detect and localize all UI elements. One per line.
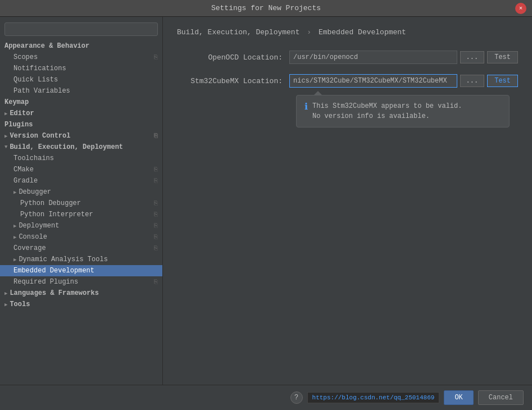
validation-text: This Stm32CubeMX appears to be valid. No… [312,101,462,121]
copy-icon: ⎘ [154,234,158,240]
copy-icon: ⎘ [154,222,158,229]
sidebar-item-label: Debugger [19,188,51,196]
sidebar-item-label: Version Control [10,132,70,140]
sidebar-item-label: Deployment [19,222,59,230]
stm32-browse-button[interactable]: ... [460,75,485,87]
sidebar-item-gradle[interactable]: Gradle ⎘ [0,175,162,186]
sidebar-item-plugins[interactable]: Plugins [0,119,162,130]
sidebar-item-label: Notifications [13,65,66,72]
openocd-test-button[interactable]: Test [487,51,518,63]
validation-line1: This Stm32CubeMX appears to be valid. [312,102,462,110]
stm32-test-button[interactable]: Test [487,75,518,87]
validation-line2: No version info is available. [312,112,430,120]
content-area: Build, Execution, Deployment › Embedded … [163,17,532,385]
sidebar-item-label: Python Debugger [20,199,81,207]
openocd-input[interactable] [289,51,457,64]
copy-icon: ⎘ [154,166,158,173]
sidebar-item-label: Languages & Frameworks [10,289,98,297]
sidebar-item-label: Required Plugins [13,278,78,286]
breadcrumb-part2: Embedded Development [319,28,406,37]
sidebar-item-console[interactable]: Console ⎘ [0,231,162,243]
url-bar: https://blog.csdn.net/qq_25014869 [307,392,440,403]
breadcrumb-separator: › [307,28,311,37]
sidebar-item-embedded-development[interactable]: Embedded Development [0,265,162,276]
sidebar-item-debugger[interactable]: Debugger [0,186,162,198]
copy-icon: ⎘ [154,211,158,218]
sidebar-item-tools[interactable]: Tools [0,299,162,310]
copy-icon: ⎘ [154,54,158,61]
sidebar-item-required-plugins[interactable]: Required Plugins ⎘ [0,276,162,288]
title-bar: Settings for New Projects × [0,0,532,17]
sidebar-item-python-interpreter[interactable]: Python Interpreter ⎘ [0,209,162,220]
sidebar-item-label: Quick Lists [13,76,58,84]
help-button[interactable]: ? [290,391,303,404]
sidebar-item-label: Plugins [4,121,33,129]
stm32-label: Stm32CubeMX Location: [177,77,289,85]
main-container: Appearance & Behavior Scopes ⎘ Notificat… [0,17,532,385]
sidebar-item-label: Dynamic Analysis Tools [19,256,107,263]
search-input[interactable] [4,22,158,36]
breadcrumb: Build, Execution, Deployment › Embedded … [177,28,518,37]
copy-icon: ⎘ [154,200,158,207]
cancel-button[interactable]: Cancel [478,390,524,405]
sidebar-item-quick-lists[interactable]: Quick Lists [0,74,162,85]
sidebar-item-label: Gradle [13,177,38,185]
bottom-bar: ? https://blog.csdn.net/qq_25014869 OK C… [0,385,532,410]
sidebar-item-label: Toolchains [13,154,54,162]
sidebar-item-label: Appearance & Behavior [4,42,89,50]
sidebar-item-label: Console [19,233,47,241]
openocd-row: OpenOCD Location: ... Test [177,51,518,64]
copy-icon: ⎘ [154,279,158,285]
openocd-browse-button[interactable]: ... [460,51,485,63]
sidebar-item-python-debugger[interactable]: Python Debugger ⎘ [0,198,162,209]
copy-icon: ⎘ [154,177,158,184]
sidebar-item-keymap[interactable]: Keymap [0,97,162,108]
breadcrumb-part1: Build, Execution, Deployment [177,28,299,37]
sidebar-item-notifications[interactable]: Notifications [0,63,162,74]
sidebar-item-label: Tools [10,300,30,308]
sidebar-item-label: CMake [13,166,34,174]
sidebar-item-label: Path Variables [13,87,70,95]
sidebar-item-label: Embedded Development [13,267,94,275]
ok-button[interactable]: OK [444,390,473,405]
sidebar-item-dynamic-analysis[interactable]: Dynamic Analysis Tools [0,254,162,265]
sidebar-item-version-control[interactable]: Version Control ⎘ [0,130,162,142]
dialog-title: Settings for New Projects [211,4,321,12]
sidebar: Appearance & Behavior Scopes ⎘ Notificat… [0,17,163,385]
copy-icon: ⎘ [154,133,158,139]
sidebar-item-label: Editor [10,110,34,117]
sidebar-item-label: Coverage [13,244,46,252]
sidebar-item-path-variables[interactable]: Path Variables [0,85,162,97]
validation-popup: ℹ This Stm32CubeMX appears to be valid. … [296,95,510,127]
sidebar-item-editor[interactable]: Editor [0,108,162,119]
info-icon: ℹ [304,101,308,112]
stm32-input[interactable] [289,74,457,88]
sidebar-item-label: Build, Execution, Deployment [10,143,123,151]
sidebar-item-scopes[interactable]: Scopes ⎘ [0,52,162,63]
sidebar-item-label: Scopes [13,53,38,61]
sidebar-item-label: Python Interpreter [20,211,93,218]
close-button[interactable]: × [515,3,526,14]
stm32-row: Stm32CubeMX Location: ... Test [177,74,518,88]
sidebar-item-label: Keymap [4,98,29,106]
sidebar-item-appearance-behavior[interactable]: Appearance & Behavior [0,40,162,52]
sidebar-item-deployment[interactable]: Deployment ⎘ [0,220,162,231]
sidebar-item-build-execution[interactable]: Build, Execution, Deployment [0,142,162,153]
sidebar-item-languages-frameworks[interactable]: Languages & Frameworks [0,288,162,299]
openocd-label: OpenOCD Location: [177,53,289,62]
copy-icon: ⎘ [154,245,158,252]
sidebar-item-toolchains[interactable]: Toolchains [0,153,162,164]
sidebar-item-coverage[interactable]: Coverage ⎘ [0,243,162,254]
sidebar-item-cmake[interactable]: CMake ⎘ [0,164,162,175]
